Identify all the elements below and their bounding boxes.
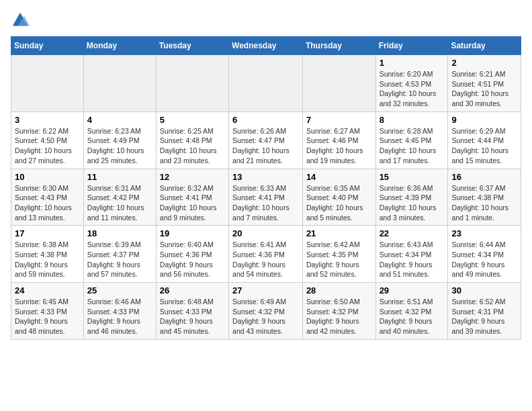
- calendar-cell: 20Sunrise: 6:41 AMSunset: 4:36 PMDayligh…: [229, 226, 303, 283]
- day-number: 5: [160, 115, 225, 125]
- day-number: 30: [451, 285, 517, 295]
- header-friday: Friday: [375, 37, 448, 55]
- calendar-cell: 26Sunrise: 6:48 AMSunset: 4:33 PMDayligh…: [156, 283, 228, 340]
- header-wednesday: Wednesday: [229, 37, 303, 55]
- day-number: 22: [380, 228, 445, 238]
- day-info: Sunrise: 6:25 AMSunset: 4:48 PMDaylight:…: [160, 126, 225, 166]
- header-monday: Monday: [83, 37, 156, 55]
- day-number: 4: [87, 115, 152, 125]
- logo-icon: [11, 11, 30, 30]
- calendar-cell: 19Sunrise: 6:40 AMSunset: 4:36 PMDayligh…: [156, 226, 228, 283]
- day-number: 18: [87, 228, 152, 238]
- day-info: Sunrise: 6:28 AMSunset: 4:45 PMDaylight:…: [380, 126, 445, 166]
- day-number: 1: [380, 58, 445, 68]
- day-info: Sunrise: 6:36 AMSunset: 4:39 PMDaylight:…: [380, 183, 445, 223]
- day-number: 17: [15, 228, 80, 238]
- day-info: Sunrise: 6:23 AMSunset: 4:49 PMDaylight:…: [87, 126, 152, 166]
- calendar-week-3: 10Sunrise: 6:30 AMSunset: 4:43 PMDayligh…: [11, 169, 521, 226]
- day-info: Sunrise: 6:21 AMSunset: 4:51 PMDaylight:…: [451, 69, 517, 109]
- day-number: 24: [15, 285, 80, 295]
- header-saturday: Saturday: [448, 37, 521, 55]
- calendar-cell: 16Sunrise: 6:37 AMSunset: 4:38 PMDayligh…: [448, 169, 521, 226]
- day-number: 26: [160, 285, 225, 295]
- calendar-cell: 17Sunrise: 6:38 AMSunset: 4:38 PMDayligh…: [11, 226, 84, 283]
- calendar-cell: 22Sunrise: 6:43 AMSunset: 4:34 PMDayligh…: [375, 226, 448, 283]
- header-sunday: Sunday: [11, 37, 84, 55]
- day-number: 25: [87, 285, 152, 295]
- calendar-week-4: 17Sunrise: 6:38 AMSunset: 4:38 PMDayligh…: [11, 226, 521, 283]
- calendar-cell: 25Sunrise: 6:46 AMSunset: 4:33 PMDayligh…: [83, 283, 156, 340]
- day-info: Sunrise: 6:49 AMSunset: 4:32 PMDaylight:…: [232, 297, 299, 336]
- day-number: 2: [451, 58, 517, 68]
- day-number: 11: [87, 172, 152, 182]
- calendar-cell: 18Sunrise: 6:39 AMSunset: 4:37 PMDayligh…: [83, 226, 156, 283]
- calendar-cell: [11, 55, 84, 112]
- day-number: 14: [306, 172, 372, 182]
- header-thursday: Thursday: [302, 37, 375, 55]
- day-number: 21: [306, 228, 372, 238]
- day-info: Sunrise: 6:22 AMSunset: 4:50 PMDaylight:…: [15, 126, 80, 166]
- calendar-cell: 29Sunrise: 6:51 AMSunset: 4:32 PMDayligh…: [375, 283, 448, 340]
- calendar-cell: 27Sunrise: 6:49 AMSunset: 4:32 PMDayligh…: [229, 283, 303, 340]
- day-info: Sunrise: 6:33 AMSunset: 4:41 PMDaylight:…: [232, 183, 299, 223]
- day-number: 16: [451, 172, 517, 182]
- calendar-week-1: 1Sunrise: 6:20 AMSunset: 4:53 PMDaylight…: [11, 55, 521, 112]
- day-info: Sunrise: 6:31 AMSunset: 4:42 PMDaylight:…: [87, 183, 152, 223]
- calendar-cell: [302, 55, 375, 112]
- day-info: Sunrise: 6:46 AMSunset: 4:33 PMDaylight:…: [87, 297, 152, 336]
- calendar-cell: 7Sunrise: 6:27 AMSunset: 4:46 PMDaylight…: [302, 111, 375, 169]
- day-info: Sunrise: 6:32 AMSunset: 4:41 PMDaylight:…: [160, 183, 225, 223]
- calendar-cell: 15Sunrise: 6:36 AMSunset: 4:39 PMDayligh…: [375, 169, 448, 226]
- day-info: Sunrise: 6:30 AMSunset: 4:43 PMDaylight:…: [15, 183, 80, 223]
- day-info: Sunrise: 6:27 AMSunset: 4:46 PMDaylight:…: [306, 126, 372, 166]
- day-info: Sunrise: 6:26 AMSunset: 4:47 PMDaylight:…: [232, 126, 299, 166]
- calendar-cell: 14Sunrise: 6:35 AMSunset: 4:40 PMDayligh…: [302, 169, 375, 226]
- logo: [11, 11, 32, 30]
- day-info: Sunrise: 6:20 AMSunset: 4:53 PMDaylight:…: [380, 69, 445, 109]
- day-info: Sunrise: 6:40 AMSunset: 4:36 PMDaylight:…: [160, 240, 225, 279]
- day-info: Sunrise: 6:51 AMSunset: 4:32 PMDaylight:…: [380, 297, 445, 336]
- calendar-cell: 6Sunrise: 6:26 AMSunset: 4:47 PMDaylight…: [229, 111, 303, 169]
- calendar-cell: 11Sunrise: 6:31 AMSunset: 4:42 PMDayligh…: [83, 169, 156, 226]
- day-info: Sunrise: 6:35 AMSunset: 4:40 PMDaylight:…: [306, 183, 372, 223]
- calendar-week-5: 24Sunrise: 6:45 AMSunset: 4:33 PMDayligh…: [11, 283, 521, 340]
- day-number: 8: [380, 115, 445, 125]
- calendar-cell: 21Sunrise: 6:42 AMSunset: 4:35 PMDayligh…: [302, 226, 375, 283]
- calendar-cell: 1Sunrise: 6:20 AMSunset: 4:53 PMDaylight…: [375, 55, 448, 112]
- day-info: Sunrise: 6:43 AMSunset: 4:34 PMDaylight:…: [380, 240, 445, 279]
- day-number: 19: [160, 228, 225, 238]
- calendar-cell: [83, 55, 156, 112]
- calendar-cell: 13Sunrise: 6:33 AMSunset: 4:41 PMDayligh…: [229, 169, 303, 226]
- day-number: 6: [232, 115, 299, 125]
- day-number: 28: [306, 285, 372, 295]
- day-number: 20: [232, 228, 299, 238]
- day-number: 27: [232, 285, 299, 295]
- calendar-table: SundayMondayTuesdayWednesdayThursdayFrid…: [11, 36, 521, 340]
- calendar-cell: 28Sunrise: 6:50 AMSunset: 4:32 PMDayligh…: [302, 283, 375, 340]
- day-info: Sunrise: 6:29 AMSunset: 4:44 PMDaylight:…: [451, 126, 517, 166]
- day-number: 13: [232, 172, 299, 182]
- day-info: Sunrise: 6:45 AMSunset: 4:33 PMDaylight:…: [15, 297, 80, 336]
- day-info: Sunrise: 6:38 AMSunset: 4:38 PMDaylight:…: [15, 240, 80, 279]
- calendar-cell: [229, 55, 303, 112]
- day-number: 12: [160, 172, 225, 182]
- day-number: 10: [15, 172, 80, 182]
- calendar-cell: [156, 55, 228, 112]
- day-number: 15: [380, 172, 445, 182]
- calendar-cell: 5Sunrise: 6:25 AMSunset: 4:48 PMDaylight…: [156, 111, 228, 169]
- calendar-cell: 9Sunrise: 6:29 AMSunset: 4:44 PMDaylight…: [448, 111, 521, 169]
- day-info: Sunrise: 6:52 AMSunset: 4:31 PMDaylight:…: [451, 297, 517, 336]
- day-info: Sunrise: 6:44 AMSunset: 4:34 PMDaylight:…: [451, 240, 517, 279]
- day-info: Sunrise: 6:48 AMSunset: 4:33 PMDaylight:…: [160, 297, 225, 336]
- calendar-cell: 24Sunrise: 6:45 AMSunset: 4:33 PMDayligh…: [11, 283, 84, 340]
- day-info: Sunrise: 6:41 AMSunset: 4:36 PMDaylight:…: [232, 240, 299, 279]
- day-number: 29: [380, 285, 445, 295]
- day-number: 7: [306, 115, 372, 125]
- calendar-cell: 23Sunrise: 6:44 AMSunset: 4:34 PMDayligh…: [448, 226, 521, 283]
- day-info: Sunrise: 6:42 AMSunset: 4:35 PMDaylight:…: [306, 240, 372, 279]
- calendar-cell: 12Sunrise: 6:32 AMSunset: 4:41 PMDayligh…: [156, 169, 228, 226]
- calendar-week-2: 3Sunrise: 6:22 AMSunset: 4:50 PMDaylight…: [11, 111, 521, 169]
- calendar-cell: 2Sunrise: 6:21 AMSunset: 4:51 PMDaylight…: [448, 55, 521, 112]
- header-tuesday: Tuesday: [156, 37, 228, 55]
- page-header: [11, 11, 521, 30]
